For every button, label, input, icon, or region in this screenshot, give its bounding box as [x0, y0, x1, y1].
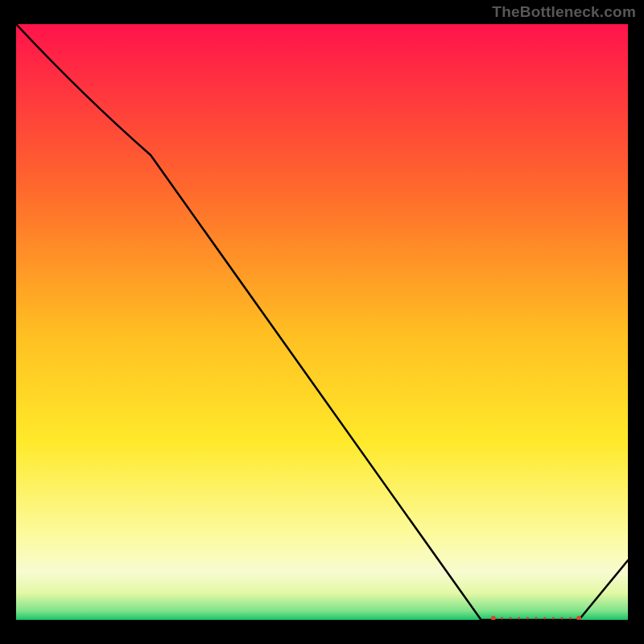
plot-area — [16, 24, 628, 620]
chart-svg — [16, 24, 628, 620]
minimum-dot — [543, 617, 546, 619]
minimum-dot — [552, 617, 555, 619]
minimum-dot — [518, 617, 520, 619]
chart-stage: TheBottleneck.com — [0, 0, 644, 644]
minimum-dot — [526, 617, 529, 619]
minimum-dot — [535, 617, 537, 619]
minimum-dot — [501, 617, 503, 619]
minimum-dot — [560, 617, 563, 619]
minimum-dot — [569, 617, 572, 619]
gradient-background — [16, 24, 628, 620]
minimum-dot — [509, 617, 511, 619]
watermark-label: TheBottleneck.com — [492, 3, 636, 21]
